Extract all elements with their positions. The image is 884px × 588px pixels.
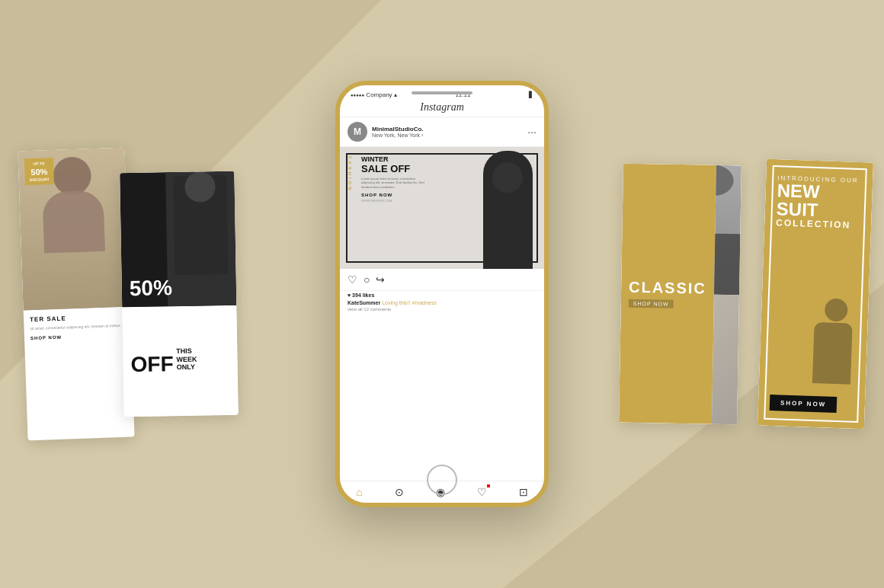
classic-shopnow: SHOP NOW [629, 299, 674, 308]
profile-info: MinimalStudioCo. New York, New York › [372, 126, 527, 138]
heart-icon[interactable]: ♡ [348, 273, 357, 286]
phone-mockup: ●●●●● Company ▴ 11:11 ▋ Instagram M Mini… [335, 81, 549, 507]
phone-screen: ●●●●● Company ▴ 11:11 ▋ Instagram M Mini… [340, 85, 544, 503]
comments-link[interactable]: view all 12 comments [340, 306, 544, 312]
card-right-2: INTRODUCING OUR NEW SUIT COLLECTION SHOP… [757, 159, 873, 430]
rc2-content: INTRODUCING OUR NEW SUIT COLLECTION [776, 174, 861, 230]
card-left-2: 50% OFF THISWEEKONLY [120, 171, 239, 417]
profile-location: New York, New York › [372, 133, 527, 138]
share-icon[interactable]: ↪ [376, 273, 385, 286]
collection-text: COLLECTION [776, 218, 860, 230]
profile-nav-icon[interactable]: ⊡ [519, 486, 528, 498]
card-left-2-light-section: OFF THISWEEKONLY [122, 305, 238, 417]
card-left-1-shopnow: SHOP NOW [30, 333, 125, 340]
sale-badge: UP TO 50% DISCOUNT [24, 158, 54, 186]
profile-name: MinimalStudioCo. [372, 126, 527, 133]
classic-gold-cell: CLASSIC SHOP NOW [619, 164, 716, 424]
new-suit-inner: INTRODUCING OUR NEW SUIT COLLECTION SHOP… [757, 159, 873, 430]
card-left-1: UP TO 50% DISCOUNT TER SALE sit amet, co… [18, 148, 134, 441]
carrier-signal: ●●●●● Company ▴ [351, 91, 397, 98]
classic-photo-top [714, 165, 741, 296]
post-actions: ♡ ○ ↪ [340, 269, 544, 291]
sale-off-text: SALE OFF [361, 164, 426, 174]
card-left-2-dark-section: 50% [120, 171, 236, 308]
card-right-1: CLASSIC SHOP NOW [619, 164, 741, 425]
battery-icon: ▋ [529, 91, 533, 98]
heart-nav-icon[interactable]: ♡ [477, 486, 487, 498]
shop-now-text: SHOP NOW [361, 193, 426, 197]
fashion-vertical-text: FASHION [348, 156, 352, 217]
search-nav-icon[interactable]: ⊙ [395, 486, 404, 498]
card-left-1-lorem: sit amet, consectetur adipiscing elit. A… [30, 323, 124, 331]
classic-photo-bottom-left [712, 295, 739, 425]
new-suit-text: NEW SUIT [776, 181, 861, 221]
post-image: FASHION WINTER SALE OFF Lorem ipsum dolo… [340, 147, 544, 269]
more-options-icon[interactable]: ··· [527, 126, 536, 138]
card-left-2-off: OFF [130, 353, 173, 375]
new-suit-shopnow: SHOP NOW [770, 395, 838, 413]
lorem-text: Lorem ipsum dolor sit amet, consectetur … [361, 177, 426, 190]
profile-avatar: M [348, 122, 367, 142]
classic-text: CLASSIC [629, 279, 706, 296]
post-caption: KateSummer Loving this!! #madness [340, 299, 544, 306]
url-text: WWW.FASHION.COM [361, 199, 426, 203]
comment-icon[interactable]: ○ [364, 273, 370, 286]
phone-home-button[interactable] [427, 465, 457, 495]
likes-count: ♥ 394 likes [340, 291, 544, 299]
classic-grid: CLASSIC SHOP NOW [619, 164, 741, 425]
card-left-2-percent: 50% [130, 277, 173, 299]
profile-bar: M MinimalStudioCo. New York, New York › … [340, 117, 544, 147]
card-left-1-title: TER SALE [30, 313, 124, 323]
home-nav-icon[interactable]: ⌂ [356, 486, 362, 498]
phone-notch [412, 91, 472, 94]
card-left-2-week: THISWEEKONLY [176, 347, 197, 372]
instagram-header: Instagram [340, 100, 544, 117]
